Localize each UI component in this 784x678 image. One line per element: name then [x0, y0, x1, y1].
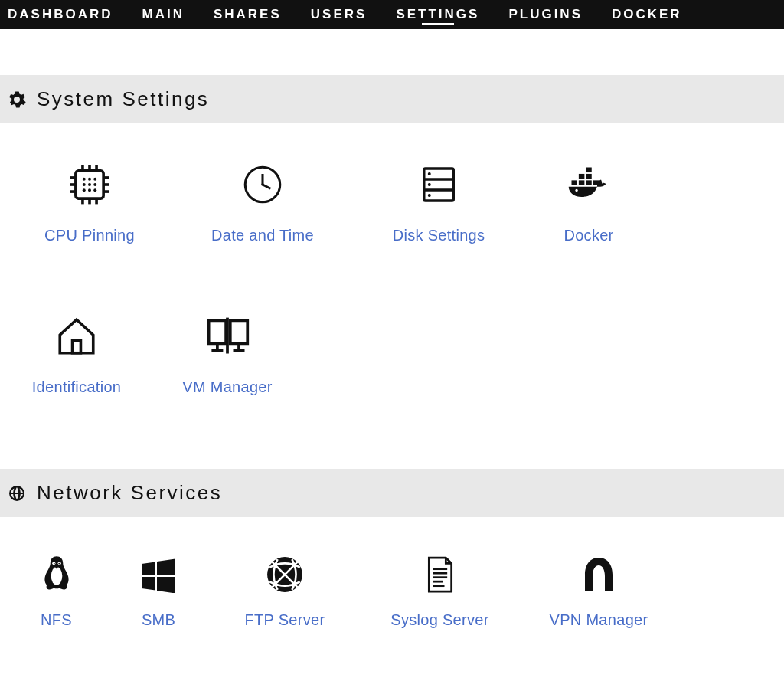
svg-rect-33 [579, 180, 585, 185]
setting-label: Docker [564, 227, 613, 244]
nav-dashboard[interactable]: DASHBOARD [8, 1, 113, 28]
setting-syslog-server[interactable]: Syslog Server [358, 552, 522, 629]
svg-point-39 [575, 189, 577, 192]
windows-icon [136, 552, 181, 598]
globe-icon [8, 484, 26, 503]
svg-point-48 [51, 567, 62, 585]
setting-label: Identification [32, 378, 122, 396]
svg-rect-40 [73, 340, 81, 352]
svg-point-52 [58, 563, 60, 565]
docker-icon [566, 162, 612, 208]
nav-shares[interactable]: SHARES [214, 1, 282, 28]
setting-smb[interactable]: SMB [105, 552, 212, 629]
penguin-icon [34, 552, 80, 598]
setting-docker[interactable]: Docker [524, 162, 654, 244]
setting-vm-manager[interactable]: VM Manager [145, 313, 309, 396]
network-services-grid: NFS SMB FTP Server Syslog Server VPN Man… [0, 517, 784, 629]
svg-point-16 [83, 183, 86, 186]
svg-point-25 [261, 183, 264, 186]
svg-point-13 [83, 178, 86, 181]
setting-label: NFS [41, 611, 72, 629]
setting-label: CPU Pinning [44, 227, 135, 244]
setting-ftp-server[interactable]: FTP Server [212, 552, 358, 629]
setting-identification[interactable]: Identification [8, 313, 145, 396]
svg-rect-37 [586, 174, 592, 179]
setting-label: VPN Manager [550, 611, 648, 629]
nav-main[interactable]: MAIN [142, 1, 185, 28]
home-icon [54, 313, 100, 359]
svg-point-51 [53, 563, 54, 565]
svg-rect-32 [572, 180, 578, 185]
svg-point-19 [83, 188, 86, 192]
setting-label: Date and Time [211, 227, 314, 244]
svg-rect-34 [586, 180, 592, 185]
network-icon [262, 552, 308, 598]
svg-point-31 [428, 194, 431, 197]
disk-icon [416, 162, 462, 208]
setting-nfs[interactable]: NFS [8, 552, 105, 629]
setting-label: Syslog Server [390, 611, 488, 629]
svg-rect-38 [586, 168, 592, 173]
nav-settings[interactable]: SETTINGS [396, 1, 479, 28]
section-title-network: Network Services [37, 481, 222, 505]
svg-point-14 [88, 178, 91, 181]
setting-label: VM Manager [182, 378, 273, 396]
top-nav: DASHBOARD MAIN SHARES USERS SETTINGS PLU… [0, 0, 784, 29]
svg-point-18 [93, 183, 96, 186]
svg-point-21 [93, 188, 96, 192]
svg-point-30 [428, 183, 431, 186]
setting-label: SMB [142, 611, 175, 629]
svg-point-59 [593, 573, 604, 591]
svg-point-29 [428, 172, 431, 175]
setting-label: Disk Settings [393, 227, 485, 244]
svg-rect-42 [230, 320, 248, 343]
section-title-system: System Settings [37, 87, 209, 111]
setting-vpn-manager[interactable]: VPN Manager [522, 552, 675, 629]
tunnel-icon [576, 552, 622, 598]
system-settings-grid: CPU Pinning Date and Time Disk Settings … [0, 123, 784, 396]
setting-cpu-pinning[interactable]: CPU Pinning [8, 162, 172, 244]
nav-plugins[interactable]: PLUGINS [508, 1, 583, 28]
file-icon [417, 552, 463, 598]
cpu-icon [67, 162, 113, 208]
nav-docker[interactable]: DOCKER [612, 1, 682, 28]
vm-icon [204, 313, 250, 359]
section-header-system: System Settings [0, 75, 784, 123]
nav-users[interactable]: USERS [311, 1, 368, 28]
svg-point-17 [88, 183, 91, 186]
gear-icon [8, 90, 26, 109]
setting-disk-settings[interactable]: Disk Settings [354, 162, 524, 244]
svg-line-24 [263, 185, 271, 188]
section-header-network: Network Services [0, 469, 784, 517]
setting-label: FTP Server [245, 611, 325, 629]
setting-date-time[interactable]: Date and Time [172, 162, 354, 244]
clock-icon [240, 162, 286, 208]
svg-point-20 [88, 188, 91, 192]
svg-rect-36 [579, 174, 585, 179]
svg-rect-41 [209, 320, 227, 343]
svg-point-15 [93, 178, 96, 181]
